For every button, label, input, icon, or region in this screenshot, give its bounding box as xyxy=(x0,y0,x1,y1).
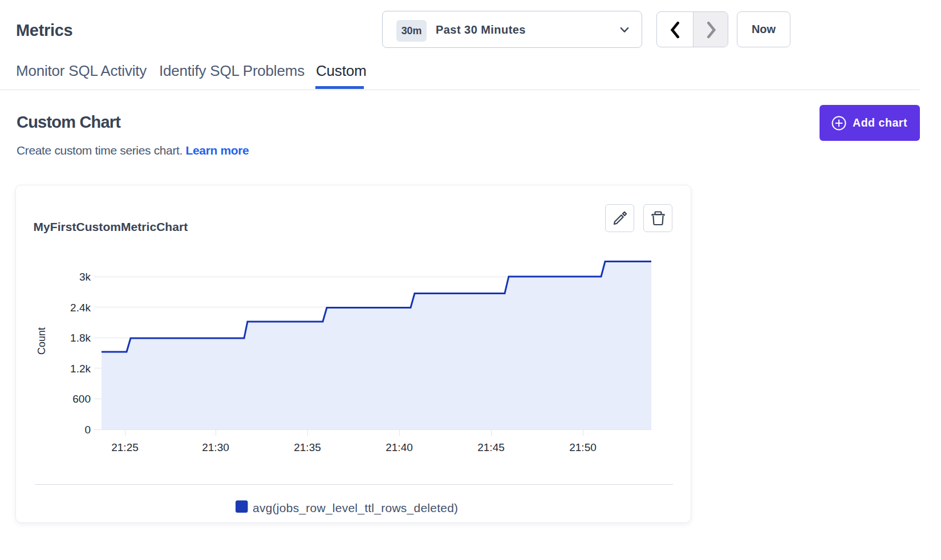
svg-text:21:40: 21:40 xyxy=(386,441,413,453)
svg-text:Count: Count xyxy=(36,327,47,355)
svg-text:1.2k: 1.2k xyxy=(70,363,91,375)
svg-text:0: 0 xyxy=(84,424,91,436)
svg-text:21:25: 21:25 xyxy=(111,441,139,453)
svg-text:2.4k: 2.4k xyxy=(70,302,91,314)
svg-text:21:35: 21:35 xyxy=(294,441,321,453)
svg-text:21:45: 21:45 xyxy=(477,441,505,453)
svg-text:21:30: 21:30 xyxy=(202,441,229,453)
svg-text:1.8k: 1.8k xyxy=(70,332,91,344)
svg-text:600: 600 xyxy=(72,393,91,405)
svg-text:21:50: 21:50 xyxy=(569,441,597,453)
svg-text:3k: 3k xyxy=(79,271,91,283)
svg-text:avg(jobs_row_level_ttl_rows_de: avg(jobs_row_level_ttl_rows_deleted) xyxy=(253,501,458,515)
